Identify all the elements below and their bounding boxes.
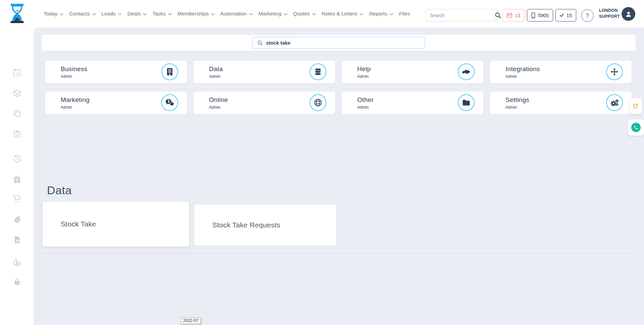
tasks-badge[interactable]: 15 bbox=[555, 9, 576, 21]
cart-icon[interactable] bbox=[13, 195, 21, 203]
phone-count: 5905 bbox=[538, 13, 549, 18]
result-card-stock-take[interactable]: Stock Take bbox=[43, 202, 189, 247]
checkmark-icon bbox=[560, 13, 564, 18]
nav-item-files[interactable]: Files bbox=[399, 11, 410, 17]
module-search-panel: stock take bbox=[42, 35, 636, 51]
tasks-count: 15 bbox=[567, 13, 572, 18]
module-search-box[interactable]: stock take bbox=[252, 37, 425, 49]
chevron-down-icon bbox=[168, 13, 172, 15]
price-tag-icon[interactable]: $ bbox=[13, 215, 21, 224]
search-icon bbox=[257, 40, 263, 46]
cart-flyout-button[interactable] bbox=[630, 98, 642, 114]
globe-icon bbox=[310, 94, 326, 111]
icon-sidebar: 12 $ bbox=[0, 28, 34, 325]
chevron-down-icon bbox=[312, 13, 316, 15]
section-heading: Data bbox=[47, 184, 72, 197]
chevron-down-icon bbox=[360, 13, 363, 15]
nav-item-deals[interactable]: Deals bbox=[127, 11, 147, 17]
history-icon[interactable] bbox=[13, 154, 21, 163]
global-search-input[interactable] bbox=[426, 13, 494, 18]
nav-item-marketing[interactable]: Marketing bbox=[259, 11, 287, 17]
admin-card-data[interactable]: DataAdmin bbox=[194, 61, 335, 83]
cube-icon[interactable] bbox=[13, 89, 21, 98]
gears-icon bbox=[606, 94, 623, 111]
envelope-icon bbox=[507, 13, 512, 18]
chevron-down-icon bbox=[92, 13, 96, 15]
nav-item-memberships[interactable]: Memberships bbox=[177, 11, 215, 17]
module-search-value: stock take bbox=[266, 40, 290, 46]
svg-text:12: 12 bbox=[15, 71, 19, 75]
nav-item-quotes[interactable]: Quotes bbox=[293, 11, 316, 17]
nav-item-leads[interactable]: Leads bbox=[102, 11, 122, 17]
section-divider bbox=[43, 253, 635, 254]
phone-badge[interactable]: 5905 bbox=[527, 9, 553, 21]
folder-icon bbox=[458, 94, 475, 111]
mail-badge[interactable]: 13 bbox=[502, 9, 525, 21]
mail-count: 13 bbox=[515, 13, 520, 18]
gift-icon[interactable] bbox=[13, 175, 21, 184]
chevron-down-icon bbox=[211, 13, 215, 15]
nav-item-contacts[interactable]: Contacts bbox=[69, 11, 96, 17]
global-search bbox=[425, 9, 498, 21]
building-icon bbox=[161, 63, 178, 80]
avatar[interactable] bbox=[622, 7, 635, 21]
chevron-down-icon bbox=[390, 13, 393, 15]
report-icon[interactable] bbox=[13, 235, 21, 244]
admin-card-marketing[interactable]: MarketingAdmin $ bbox=[45, 92, 187, 114]
calendar-icon[interactable]: 12 bbox=[13, 68, 21, 77]
result-card-stock-take-requests[interactable]: Stock Take Requests bbox=[194, 205, 336, 246]
mobile-icon bbox=[531, 12, 535, 19]
user-circle-icon[interactable] bbox=[13, 258, 21, 267]
admin-card-settings[interactable]: SettingsAdmin bbox=[490, 92, 632, 114]
bag-icon[interactable] bbox=[13, 129, 21, 138]
cart-icon bbox=[632, 103, 640, 110]
admin-card-integrations[interactable]: IntegrationsAdmin bbox=[490, 61, 632, 83]
chevron-down-icon bbox=[60, 13, 63, 15]
svg-text:$: $ bbox=[168, 100, 170, 103]
nav-item-today[interactable]: Today bbox=[44, 11, 63, 17]
nav-item-reports[interactable]: Reports bbox=[369, 11, 393, 17]
search-icon[interactable] bbox=[494, 9, 501, 21]
admin-card-other[interactable]: OtherAdmin bbox=[342, 92, 483, 114]
admin-card-business[interactable]: BusinessAdmin bbox=[45, 61, 187, 83]
user-name: LONDON SUPPORT bbox=[599, 8, 621, 19]
chevron-down-icon bbox=[143, 13, 147, 15]
date-tooltip: 2022-07 bbox=[181, 318, 201, 324]
lock-icon[interactable] bbox=[13, 277, 21, 286]
handshake-icon bbox=[458, 63, 475, 80]
database-icon bbox=[310, 63, 326, 80]
person-icon bbox=[625, 10, 632, 18]
phone-flyout-button[interactable] bbox=[628, 119, 644, 136]
main-content: stock take BusinessAdmin DataAdmin HelpA… bbox=[34, 28, 644, 325]
chevron-down-icon bbox=[118, 13, 122, 15]
chevron-down-icon bbox=[284, 13, 287, 15]
chevron-down-icon bbox=[249, 13, 253, 15]
main-nav: Today Contacts Leads Deals Tasks Members… bbox=[44, 0, 410, 28]
copy-icon[interactable] bbox=[13, 109, 21, 118]
help-icon[interactable]: ? bbox=[581, 9, 594, 22]
nav-item-tasks[interactable]: Tasks bbox=[152, 11, 172, 17]
nav-item-notes-letters[interactable]: Notes & Letters bbox=[322, 11, 364, 17]
admin-card-online[interactable]: OnlineAdmin bbox=[194, 92, 335, 114]
comment-dollar-icon: $ bbox=[161, 94, 178, 111]
move-arrows-icon bbox=[606, 63, 623, 80]
phone-icon bbox=[631, 123, 641, 132]
nav-item-automation[interactable]: Automation bbox=[220, 11, 253, 17]
top-bar: Today Contacts Leads Deals Tasks Members… bbox=[0, 0, 644, 28]
admin-card-help[interactable]: HelpAdmin bbox=[342, 61, 483, 83]
app-logo-hourglass-icon[interactable] bbox=[9, 4, 25, 23]
